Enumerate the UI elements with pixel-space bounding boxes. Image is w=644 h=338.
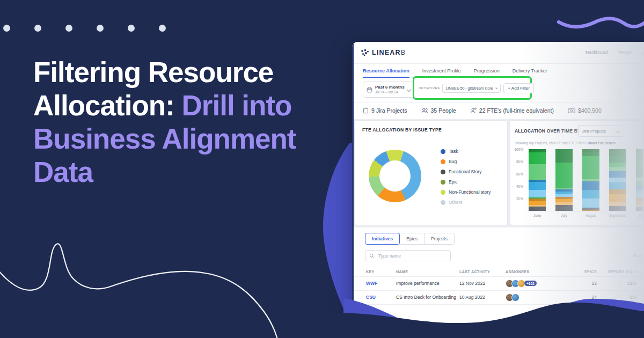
list-tab-epics[interactable]: Epics: [399, 233, 425, 245]
title-purple-part: Business Alignment: [33, 123, 296, 155]
stat-item: 22 FTE's (full-time equivalent): [470, 107, 554, 114]
bar-segment: [609, 202, 626, 206]
tab-delivery-tracker[interactable]: Delivery Tracker: [513, 63, 547, 78]
bar-segment: [609, 182, 626, 189]
legend-dot: [441, 180, 445, 185]
subtitle-bold-text: Hover For Details: [588, 141, 616, 145]
row-effort-percent: 21%: [597, 281, 644, 286]
fte-card-title: FTE ALLOCATION BY ISSUE TYPE: [362, 127, 442, 133]
donut-chart[interactable]: [369, 150, 421, 202]
dot-decoration: [128, 25, 135, 32]
row-name: Improve performance: [396, 281, 459, 286]
date-range-label: Past 6 months: [375, 85, 405, 90]
bar-segment: [636, 201, 644, 205]
top-nav-dashboard[interactable]: Dashboard: [586, 50, 608, 55]
app-window: LINEARB DashboardPeopleActivity Resource…: [352, 42, 644, 332]
y-axis-tick: 100%: [510, 148, 523, 151]
tab-resource-allocation[interactable]: Resource Allocation: [363, 63, 409, 78]
top-nav-people[interactable]: People: [619, 50, 633, 55]
row-epics-count: 12: [575, 281, 597, 286]
bar-segment: [529, 152, 546, 164]
calendar-icon: [367, 87, 372, 93]
y-axis-tick: 20%: [510, 197, 523, 201]
bar-segment: [582, 190, 599, 199]
initiative-filter-chip[interactable]: LINBEE-50 - gitStream Core ×: [442, 84, 501, 93]
bar-segment: [529, 182, 546, 190]
row-name: CS Intro Deck for Onboarding: [396, 295, 459, 300]
column-header-assignees[interactable]: ASSIGNEES: [506, 270, 575, 274]
page-title: Filtering ResourceAllocation: Drill into…: [33, 56, 361, 189]
dot-decoration: [3, 25, 10, 32]
list-tab-initiatives[interactable]: Initiatives: [365, 233, 400, 245]
donut-legend: TaskBugFunctional StoryEpicNon-Functiona…: [441, 149, 491, 205]
row-key-link[interactable]: WWF: [366, 281, 396, 286]
bar-segment: [609, 163, 626, 167]
search-input[interactable]: [377, 253, 438, 259]
x-axis-label: August: [580, 214, 602, 217]
x-axis-label: October: [634, 214, 644, 217]
table-row[interactable]: WWF Improve performance 12 Nov 2022 +102…: [352, 276, 644, 291]
date-range-picker[interactable]: Past 6 months Jul 24 - Jan 24: [363, 82, 414, 98]
tab-investment-profile[interactable]: Investment Profile: [422, 63, 461, 78]
column-header-epics[interactable]: EPICS: [575, 270, 597, 274]
legend-item: Others: [441, 200, 491, 205]
legend-label: Functional Story: [449, 169, 481, 174]
linearb-logo[interactable]: LINEARB: [361, 49, 406, 56]
stacked-bar[interactable]: [636, 149, 644, 211]
chip-label: LINBEE-50 - gitStream Core: [445, 86, 493, 90]
bar-segment: [609, 189, 626, 194]
column-header-effort[interactable]: EFFORT (%): [597, 270, 644, 274]
stacked-bar[interactable]: [609, 149, 626, 211]
dot-decoration: [65, 25, 72, 32]
bar-segment: [636, 149, 644, 153]
stacked-bar[interactable]: [582, 149, 599, 211]
bar-segment: [609, 206, 626, 211]
chip-remove-icon[interactable]: ×: [495, 86, 498, 91]
filter-row: Past 6 months Jul 24 - Jan 24 INITIATIVE…: [352, 78, 644, 102]
table-row[interactable]: CSU CS Intro Deck for Onboarding 10 Aug …: [352, 290, 644, 305]
x-axis-label: June: [526, 214, 548, 217]
column-header-name[interactable]: NAME: [396, 270, 459, 274]
linearb-logo-icon: [361, 49, 369, 56]
bar-segment: [609, 149, 626, 156]
stat-label: 9 Jira Projects: [371, 107, 407, 114]
x-axis-label: September: [607, 214, 628, 217]
list-tab-projects[interactable]: Projects: [424, 233, 455, 245]
bar-segment: [636, 181, 644, 186]
legend-label: Epic: [449, 179, 458, 185]
bar-segment: [609, 194, 626, 202]
avatar: [511, 293, 519, 302]
allocation-groupby-select[interactable]: Jira Projects: [578, 125, 624, 137]
title-purple-part: Drill into: [182, 90, 292, 121]
bar-segment: [636, 207, 644, 211]
subtitle-text: Showing Top Projects, 85% Of Total FTE E…: [515, 141, 588, 145]
filter-highlight-box: INITIATIVES LINBEE-50 - gitStream Core ×…: [413, 76, 532, 100]
chevron-down-icon: [407, 87, 411, 92]
column-header-last-activity[interactable]: LAST ACTIVITY: [459, 270, 506, 274]
app-header: LINEARB DashboardPeopleActivity: [352, 42, 644, 64]
bar-segment: [582, 199, 599, 208]
bar-segment: [582, 210, 599, 211]
filter-group-label: INITIATIVES: [419, 86, 440, 90]
tab-progression[interactable]: Progression: [474, 63, 500, 78]
bar-segment: [636, 189, 644, 193]
row-assignees: +102: [506, 280, 575, 288]
stat-label: 35 People: [431, 107, 456, 114]
allocation-card-title: ALLOCATION OVER TIME BY: [515, 128, 581, 134]
assignees-overflow-badge[interactable]: +102: [524, 280, 537, 286]
legend-label: Others: [449, 200, 463, 205]
y-axis-tick: 60%: [510, 172, 523, 176]
stacked-bar[interactable]: [555, 149, 573, 211]
bar-segment: [555, 149, 573, 163]
y-axis-tick: 80%: [510, 160, 523, 164]
add-filter-button[interactable]: + Add Filter: [503, 83, 534, 93]
legend-dot: [441, 200, 445, 205]
stacked-bar[interactable]: [529, 149, 546, 211]
legend-dot: [441, 190, 445, 195]
row-key-link[interactable]: CSU: [366, 295, 396, 300]
column-header-key[interactable]: KEY: [366, 270, 396, 274]
table-header: KEYNAMELAST ACTIVITYASSIGNEESEPICSEFFORT…: [352, 267, 644, 277]
legend-item: Task: [441, 149, 491, 154]
legend-item: Bug: [441, 159, 491, 164]
legend-dot: [441, 159, 445, 164]
